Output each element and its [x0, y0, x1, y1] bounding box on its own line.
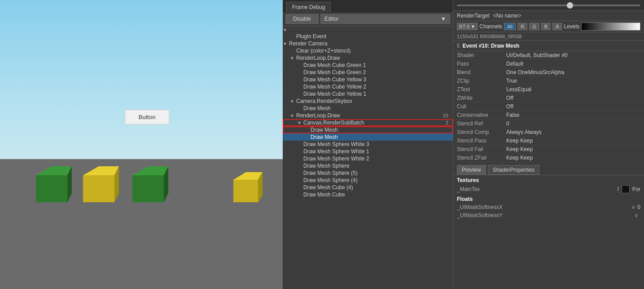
- svg-marker-7: [132, 166, 168, 175]
- prop-val: Keep Keep: [506, 155, 533, 161]
- prop-row: ZWriteOff: [453, 94, 644, 102]
- tree-item-draw-sphere-white-2[interactable]: Draw Mesh Sphere White 2: [283, 155, 453, 162]
- tree-item-draw-cube-green-2[interactable]: Draw Mesh Cube Green 2: [283, 69, 453, 76]
- float-v: v: [632, 204, 635, 210]
- disable-button[interactable]: Disable: [285, 14, 319, 24]
- prop-key: Blend: [457, 69, 506, 76]
- slider-bar[interactable]: [453, 0, 644, 11]
- tree-label: Draw Mesh Sphere: [303, 163, 451, 169]
- svg-marker-10: [233, 172, 263, 180]
- tree-item-draw-sphere-5[interactable]: Draw Mesh Sphere (5): [283, 169, 453, 177]
- tree-item-render-camera[interactable]: ▼Render Camera: [283, 40, 453, 47]
- tex-name: For: [632, 186, 640, 192]
- svg-marker-9: [233, 180, 258, 202]
- viewport: Button: [0, 0, 283, 289]
- prop-row: Stencil CompAlways Always: [453, 128, 644, 137]
- tree-label: RenderLoop.Draw: [296, 55, 451, 61]
- tab-bar: Frame Debug: [283, 0, 453, 12]
- prop-key: Cull: [457, 103, 506, 110]
- tree-label: RenderLoop.Draw: [296, 112, 443, 119]
- property-rows: ShaderUI/Default, SubShader #0PassDefaul…: [453, 51, 644, 289]
- shader-properties-tab[interactable]: ShaderProperties: [488, 165, 539, 175]
- tree-label: Draw Mesh Sphere White 1: [303, 148, 451, 155]
- tree-arrow: ▼: [297, 120, 303, 125]
- ch-b-btn[interactable]: B: [541, 23, 551, 30]
- svg-marker-1: [36, 166, 72, 175]
- tree-item-draw-sphere-white-3[interactable]: Draw Mesh Sphere White 3: [283, 141, 453, 148]
- ch-r-btn[interactable]: R: [517, 23, 527, 30]
- tree-item-draw-sphere-4[interactable]: Draw Mesh Sphere (4): [283, 177, 453, 184]
- tree-label: Draw Mesh Cube Green 2: [303, 69, 451, 76]
- prop-key: ZTest: [457, 86, 506, 93]
- prop-val: False: [506, 112, 519, 118]
- tree-label: Draw Mesh Cube (4): [303, 184, 451, 191]
- slider-thumb[interactable]: [567, 2, 573, 9]
- tree-label: Camera.RenderSkybox: [296, 98, 451, 104]
- prop-row: ZTestLessEqual: [453, 85, 644, 94]
- tree-label: Draw Mesh: [311, 127, 451, 133]
- tree-item-draw-mesh-skybox[interactable]: Draw Mesh: [283, 105, 453, 112]
- tree-item-renderloop-draw-2[interactable]: ▼RenderLoop.Draw10: [283, 112, 453, 119]
- event-title: Event #10: Draw Mesh: [463, 43, 520, 49]
- tree-item-canvas-rendersubbatch[interactable]: ▼Canvas.RenderSubBatch2: [283, 119, 453, 126]
- tree-item-clear[interactable]: Clear (color+Z+stencil): [283, 47, 453, 54]
- tree-item-draw-cube-end[interactable]: Draw Mesh Cube: [283, 191, 453, 198]
- prop-val: Keep Keep: [506, 138, 533, 144]
- float-key: _UIMaskSoftnessX: [457, 204, 524, 210]
- tree-arrow: ▼: [283, 41, 289, 46]
- tree-item-camera-renderskybox[interactable]: ▼Camera.RenderSkybox: [283, 98, 453, 105]
- tree-label: Draw Mesh Sphere White 2: [303, 156, 451, 162]
- frame-debug-tree[interactable]: ▼Plugin Event▼Render CameraClear (color+…: [283, 26, 453, 289]
- tree-item-draw-sphere-1[interactable]: Draw Mesh Sphere: [283, 162, 453, 169]
- slider-track[interactable]: [457, 4, 640, 6]
- prop-row: Stencil ZFailKeep Keep: [453, 154, 644, 162]
- prop-val: 0: [506, 120, 509, 127]
- rt-select[interactable]: RT 0 ▼: [457, 23, 478, 30]
- svg-marker-0: [36, 175, 67, 202]
- prop-key: Stencil ZFail: [457, 155, 506, 161]
- tree-label: Draw Mesh Sphere (5): [303, 170, 451, 176]
- prop-val: Keep Keep: [506, 146, 533, 152]
- prop-row: ZClipTrue: [453, 77, 644, 85]
- ch-a-btn[interactable]: A: [552, 23, 562, 30]
- tree-item-unknown-scope[interactable]: ▼: [283, 27, 453, 33]
- editor-select[interactable]: Editor ▼: [320, 14, 450, 24]
- prop-key: Stencil Fail: [457, 146, 506, 152]
- tree-count: 2: [446, 120, 448, 125]
- channels-label: Channels: [479, 23, 502, 30]
- prop-key: Stencil Ref: [457, 120, 506, 127]
- tree-item-plugin-event[interactable]: Plugin Event: [283, 33, 453, 40]
- tree-label: Draw Mesh Cube: [303, 191, 451, 198]
- tree-item-draw-cube-yellow-3[interactable]: Draw Mesh Cube Yellow 3: [283, 76, 453, 83]
- tree-item-draw-cube-green-1[interactable]: Draw Mesh Cube Green 1: [283, 62, 453, 69]
- svg-marker-6: [132, 175, 164, 202]
- prop-row: ShaderUI/Default, SubShader #0: [453, 51, 644, 60]
- tree-item-draw-cube-4[interactable]: Draw Mesh Cube (4): [283, 184, 453, 191]
- prop-val: Off: [506, 95, 513, 101]
- levels-label: Levels: [564, 23, 579, 30]
- frame-debug-tab[interactable]: Frame Debug: [286, 2, 331, 12]
- tex-key: _MainTex: [457, 186, 506, 192]
- prop-key: ZWrite: [457, 95, 506, 101]
- prop-tabs: Preview ShaderProperties: [453, 162, 644, 175]
- tree-item-draw-mesh-selected[interactable]: Draw Mesh: [283, 133, 453, 141]
- tree-item-draw-sphere-white-1[interactable]: Draw Mesh Sphere White 1: [283, 148, 453, 155]
- ch-g-btn[interactable]: G: [529, 23, 539, 30]
- svg-marker-4: [83, 166, 119, 175]
- preview-tab[interactable]: Preview: [457, 165, 486, 175]
- ch-all-btn[interactable]: All: [504, 23, 516, 30]
- tree-item-renderloop-draw-1[interactable]: ▼RenderLoop.Draw: [283, 54, 453, 62]
- tree-arrow: ▼: [283, 27, 289, 32]
- tree-item-draw-mesh-canvas[interactable]: Draw Mesh: [283, 126, 453, 133]
- fd-toolbar: Disable Editor ▼: [283, 12, 453, 26]
- tree-item-draw-cube-yellow-2[interactable]: Draw Mesh Cube Yellow 2: [283, 83, 453, 90]
- float-key: _UIMaskSoftnessY: [457, 212, 524, 218]
- float-val: 0: [637, 204, 640, 210]
- tree-label: Clear (color+Z+stencil): [296, 48, 451, 54]
- tree-label: Draw Mesh Cube Yellow 2: [303, 84, 451, 90]
- prop-key: Pass: [457, 61, 506, 67]
- tree-item-draw-cube-yellow-1[interactable]: Draw Mesh Cube Yellow 1: [283, 90, 453, 98]
- render-target-row: RenderTarget <No name>: [453, 11, 644, 21]
- float-row: _UIMaskSoftnessY v: [453, 211, 644, 219]
- tree-label: Draw Mesh Cube Yellow 1: [303, 91, 451, 97]
